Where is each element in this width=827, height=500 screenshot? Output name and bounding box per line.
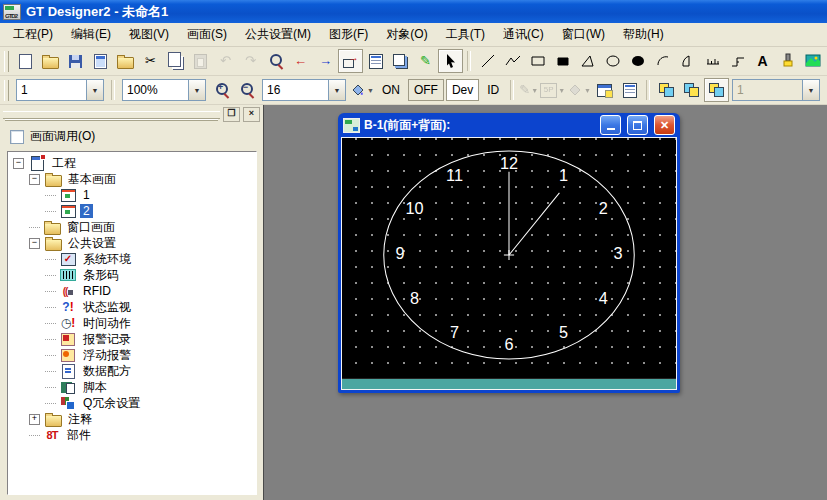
toolbar-grip[interactable] [4,80,9,101]
menu-view[interactable]: 视图(V) [120,23,178,46]
tree-collapse-box[interactable]: − [29,238,40,249]
tree-item-状态监视[interactable]: ?!状态监视 [11,299,256,315]
document-minimize-button[interactable] [600,115,621,135]
filled-rectangle-tool-button[interactable] [550,49,575,73]
screen-setting-button[interactable] [592,78,617,102]
screen-number-combo[interactable]: 1▼ [16,79,104,101]
paint-tool-button[interactable] [775,49,800,73]
filled-circle-tool-button[interactable] [625,49,650,73]
menu-tools[interactable]: 工具(T) [437,23,494,46]
tree-item-1[interactable]: 1 [11,187,256,203]
menu-object[interactable]: 对象(O) [377,23,436,46]
screen-property-button[interactable] [88,49,113,73]
drawing-canvas[interactable]: 123456789101112 [342,138,676,378]
document-close-button[interactable]: ✕ [654,115,675,135]
menu-help[interactable]: 帮助(H) [614,23,673,46]
data-view-button[interactable] [617,78,642,102]
tree-item-公共设置[interactable]: −公共设置 [11,235,256,251]
scale-tool-button[interactable] [700,49,725,73]
tree-item-窗口画面[interactable]: 窗口画面 [11,219,256,235]
save-project-button[interactable] [63,49,88,73]
rfid-icon: (( [63,286,74,297]
combo-arrow-icon[interactable]: ▼ [802,80,819,100]
screen-jump-button[interactable] [338,49,363,73]
tree-item-RFID[interactable]: ((RFID [11,283,256,299]
tree-item-数据配方[interactable]: 数据配方 [11,363,256,379]
menu-screen[interactable]: 画面(S) [178,23,236,46]
tree-item-label: 注释 [65,411,95,428]
rectangle-tool-button[interactable] [525,49,550,73]
new-screen-button[interactable] [13,49,38,73]
arc-tool-button[interactable] [650,49,675,73]
open-screen-button[interactable] [113,49,138,73]
open-project-button[interactable] [38,49,63,73]
tree-item-条形码[interactable]: 条形码 [11,267,256,283]
id-button[interactable]: ID [481,79,505,101]
select-tool-button[interactable] [438,49,463,73]
screen-document-window[interactable]: B-1(前面+背面): ✕ 123456789101112 [338,113,680,393]
previous-screen-button[interactable]: ← [288,49,313,73]
toolbar-grip[interactable] [4,51,9,72]
menu-edit[interactable]: 编辑(E) [62,23,120,46]
on-button[interactable]: ON [376,79,406,101]
layer-select-button[interactable] [704,78,729,102]
piping-tool-button[interactable] [725,49,750,73]
copy-icon [168,52,181,67]
combo-arrow-icon[interactable]: ▼ [328,80,345,100]
zoom-in-button[interactable]: + [209,78,234,102]
tree-item-部件[interactable]: 8T部件 [11,427,256,443]
tree-item-注释[interactable]: +注释 [11,411,256,427]
screen-call-checkbox[interactable] [10,130,24,144]
tree-item-浮动报警[interactable]: 浮动报警 [11,347,256,363]
screen-list-button[interactable] [363,49,388,73]
grid-color-button[interactable]: ▼ [350,82,374,98]
next-screen-button[interactable]: → [313,49,338,73]
menu-window[interactable]: 窗口(W) [553,23,614,46]
tree-item-Q冗余设置[interactable]: Q冗余设置 [11,395,256,411]
tree-item-脚本[interactable]: 脚本 [11,379,256,395]
sector-tool-button[interactable] [675,49,700,73]
tree-item-工程[interactable]: −工程 [11,155,256,171]
send-to-back-button[interactable] [679,78,704,102]
image-tool-button[interactable] [800,49,825,73]
tree-item-报警记录[interactable]: 报警记录 [11,331,256,347]
combo-arrow-icon[interactable]: ▼ [188,80,205,100]
next-arrow-icon: → [319,53,332,69]
panel-close-button[interactable]: × [243,107,260,122]
menu-figure[interactable]: 图形(F) [320,23,377,46]
bring-to-front-button[interactable] [654,78,679,102]
tree-item-2[interactable]: 2 [11,203,256,219]
document-titlebar[interactable]: B-1(前面+背面): ✕ [341,113,677,137]
copy-button[interactable] [163,49,188,73]
menu-common-settings[interactable]: 公共设置(M) [236,23,320,46]
zoom-out-button[interactable]: − [234,78,259,102]
circle-tool-button[interactable] [600,49,625,73]
tree-item-时间动作[interactable]: ◷!时间动作 [11,315,256,331]
document-maximize-button[interactable] [627,115,648,135]
tree-item-基本画面[interactable]: −基本画面 [11,171,256,187]
cut-button[interactable]: ✂ [138,49,163,73]
polygon-tool-button[interactable] [575,49,600,73]
combo-arrow-icon[interactable]: ▼ [86,80,103,100]
preview-icon [268,53,284,69]
tree-expand-box[interactable]: + [29,414,40,425]
zoom-combo[interactable]: 100%▼ [122,79,206,101]
tree-collapse-box[interactable]: − [13,158,24,169]
tree-connector [45,355,56,356]
panel-maximize-button[interactable]: ❐ [223,107,240,122]
tree-collapse-box[interactable]: − [29,174,40,185]
polyline-tool-button[interactable] [500,49,525,73]
grid-combo[interactable]: 16▼ [262,79,346,101]
screen-image-list-button[interactable] [388,49,413,73]
text-tool-button[interactable]: A [750,49,775,73]
editor-workspace: B-1(前面+背面): ✕ 123456789101112 [264,105,827,500]
off-button[interactable]: OFF [408,79,444,101]
preview-button[interactable] [263,49,288,73]
edit-vertex-button[interactable]: ✎ [413,49,438,73]
menu-communication[interactable]: 通讯(C) [494,23,553,46]
line-tool-button[interactable] [475,49,500,73]
device-button[interactable]: Dev [446,79,479,101]
menu-project[interactable]: 工程(P) [4,23,62,46]
panel-drag-grip[interactable] [3,111,220,119]
tree-item-系统环境[interactable]: ✓系统环境 [11,251,256,267]
